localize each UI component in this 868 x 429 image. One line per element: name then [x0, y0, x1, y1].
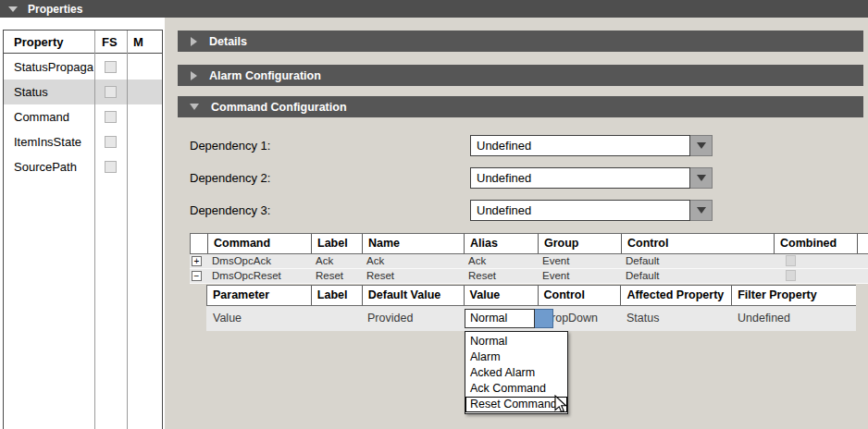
dependency-1-combobox[interactable]: Undefined: [470, 135, 713, 156]
chevron-down-icon: [697, 175, 706, 181]
cell-name: Reset: [361, 269, 463, 283]
command-row-dmsopcreset[interactable]: − DmsOpcReset Reset Reset Reset Event De…: [190, 269, 868, 284]
section-label: Details: [209, 35, 247, 48]
dropdown-item-ack-command[interactable]: Ack Command: [465, 381, 567, 397]
dropdown-button[interactable]: [690, 167, 713, 189]
column-default-value: Default Value: [362, 286, 464, 305]
column-header-m: M: [133, 35, 143, 49]
properties-titlebar[interactable]: Properties: [0, 0, 868, 18]
cell-command: DmsOpcAck: [206, 254, 310, 268]
command-table-header: Command Label Name Alias Group Control C…: [190, 233, 868, 254]
column-header-fs: FS: [102, 35, 118, 49]
property-row-command[interactable]: Command: [4, 104, 162, 129]
combobox-value[interactable]: Undefined: [470, 200, 690, 221]
cell-group: Event: [537, 254, 620, 268]
expand-right-icon: [191, 37, 197, 46]
combined-checkbox[interactable]: [786, 255, 796, 266]
cell-control: Default: [620, 269, 773, 283]
dependency-2-combobox[interactable]: Undefined: [470, 167, 713, 189]
dependency-1-label: Dependency 1:: [190, 139, 270, 153]
column-value: Value: [464, 286, 538, 305]
column-control: Control: [538, 286, 621, 305]
value-dropdown-list: Normal Alarm Acked Alarm Ack Command Res…: [465, 331, 568, 414]
collapse-minus-icon[interactable]: −: [192, 271, 202, 281]
titlebar-label: Properties: [28, 3, 82, 16]
property-row-sourcepath[interactable]: SourcePath: [4, 154, 162, 179]
property-name: Status: [14, 85, 48, 99]
dependency-2-label: Dependency 2:: [190, 171, 270, 185]
property-table-header: Property FS M: [4, 31, 162, 54]
column-filter-property: Filter Property: [731, 286, 856, 305]
cell-command: DmsOpcReset: [206, 269, 310, 283]
cell-label: [310, 306, 361, 331]
dropdown-item-reset-command[interactable]: Reset Command: [465, 397, 567, 412]
dropdown-button[interactable]: [690, 200, 713, 221]
property-row-status-selected[interactable]: Status: [4, 80, 162, 104]
chevron-down-icon: [697, 142, 706, 149]
value-combobox[interactable]: Normal: [465, 309, 553, 328]
parameter-table-header: Parameter Label Default Value Value Cont…: [206, 285, 856, 306]
fs-checkbox[interactable]: [105, 86, 117, 98]
column-header-property: Property: [14, 35, 63, 49]
cell-default-value: Provided: [361, 306, 463, 331]
property-name: ItemInsState: [14, 135, 81, 149]
mouse-cursor: [554, 395, 569, 415]
section-alarm-configuration[interactable]: Alarm Configuration: [178, 65, 863, 86]
property-row-statuspropagation[interactable]: StatusPropaga: [4, 55, 162, 80]
combobox-value[interactable]: Normal: [465, 309, 535, 328]
header-overflow: [857, 234, 868, 253]
cell-control: Default: [620, 254, 773, 268]
column-label: Label: [311, 286, 362, 305]
column-divider: [127, 31, 128, 429]
dropdown-item-normal[interactable]: Normal: [465, 334, 567, 349]
cell-alias: Reset: [463, 269, 537, 283]
fs-checkbox[interactable]: [105, 136, 117, 148]
column-group: Group: [538, 234, 621, 253]
column-control: Control: [621, 234, 774, 253]
expand-column-header: [191, 234, 207, 253]
expand-plus-icon[interactable]: +: [192, 256, 202, 266]
dependency-3-combobox[interactable]: Undefined: [470, 200, 713, 221]
column-divider: [94, 31, 95, 429]
cell-name: Ack: [361, 254, 463, 268]
column-affected-property: Affected Property: [620, 286, 731, 305]
fs-checkbox[interactable]: [105, 111, 117, 123]
section-command-configuration[interactable]: Command Configuration: [178, 96, 863, 117]
property-row-iteminsstate[interactable]: ItemInsState: [4, 129, 162, 154]
combined-checkbox[interactable]: [786, 270, 796, 281]
dropdown-button-active[interactable]: [535, 309, 553, 328]
column-label: Label: [311, 234, 362, 253]
column-parameter: Parameter: [207, 286, 311, 305]
property-name: SourcePath: [14, 160, 77, 174]
section-details[interactable]: Details: [178, 31, 863, 52]
expand-right-icon: [191, 71, 197, 80]
dropdown-button[interactable]: [690, 135, 713, 156]
dropdown-item-alarm[interactable]: Alarm: [465, 349, 567, 365]
property-name: StatusPropaga: [14, 60, 93, 74]
cell-affected-property: Status: [620, 306, 731, 331]
cell-filter-property: Undefined: [731, 306, 856, 331]
cell-alias: Ack: [463, 254, 537, 268]
property-table: Property FS M StatusPropaga Status Comma…: [3, 30, 163, 429]
cell-parameter: Value: [206, 306, 310, 331]
command-row-dmsopcack[interactable]: + DmsOpcAck Ack Ack Ack Event Default: [190, 254, 868, 269]
section-label: Command Configuration: [211, 101, 347, 114]
dropdown-item-acked-alarm[interactable]: Acked Alarm: [465, 365, 567, 381]
column-alias: Alias: [464, 234, 538, 253]
property-name: Command: [14, 110, 69, 124]
dependency-3-label: Dependency 3:: [190, 203, 270, 217]
fs-checkbox[interactable]: [105, 61, 117, 73]
column-name: Name: [362, 234, 464, 253]
expand-down-icon: [190, 104, 199, 110]
cell-group: Event: [537, 269, 620, 283]
combobox-value[interactable]: Undefined: [470, 167, 690, 189]
section-label: Alarm Configuration: [209, 69, 321, 82]
collapse-triangle-icon[interactable]: [8, 6, 18, 12]
column-command: Command: [207, 234, 311, 253]
fs-checkbox[interactable]: [105, 161, 117, 173]
combobox-value[interactable]: Undefined: [470, 135, 690, 156]
chevron-down-icon: [697, 207, 706, 214]
cell-label: Reset: [310, 269, 361, 283]
cell-label: Ack: [310, 254, 361, 268]
column-combined: Combined: [774, 234, 857, 253]
